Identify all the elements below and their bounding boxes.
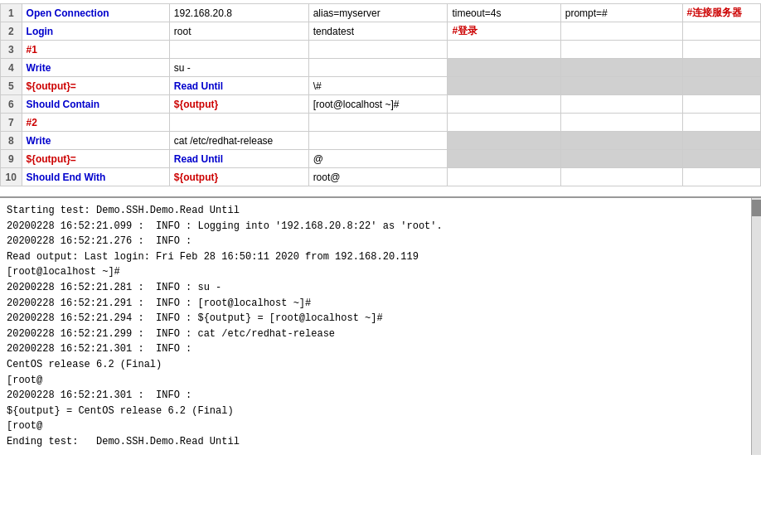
row-number: 7 xyxy=(1,114,22,132)
cell-col1: Write xyxy=(22,59,169,77)
cell-col5 xyxy=(560,132,682,150)
row-number: 2 xyxy=(1,22,22,41)
cell-col3: [root@localhost ~]# xyxy=(308,95,448,114)
table-row: 8Writecat /etc/redhat-release xyxy=(1,132,761,150)
row-number: 10 xyxy=(1,168,22,186)
cell-col4 xyxy=(448,150,560,168)
cell-col6 xyxy=(682,77,760,95)
cell-col5 xyxy=(560,168,682,186)
cell-col5 xyxy=(560,77,682,95)
cell-col5 xyxy=(560,59,682,77)
cell-col4 xyxy=(448,95,560,114)
console-output: Starting test: Demo.SSH.Demo.Read Until … xyxy=(0,198,761,455)
row-number: 4 xyxy=(1,59,22,77)
table-row: 5${output}=Read Until\# xyxy=(1,77,761,95)
cell-col6 xyxy=(682,59,760,77)
cell-col6 xyxy=(682,168,760,186)
table-row: 9${output}=Read Until@ xyxy=(1,150,761,168)
cell-col6 xyxy=(682,95,760,114)
cell-col3: root@ xyxy=(308,168,448,186)
cell-col4 xyxy=(448,41,560,59)
row-number: 6 xyxy=(1,95,22,114)
cell-col5 xyxy=(560,150,682,168)
cell-col4: timeout=4s xyxy=(448,4,560,22)
table-row: 6Should Contain${output}[root@localhost … xyxy=(1,95,761,114)
cell-col3: tendatest xyxy=(308,22,448,41)
cell-col3: @ xyxy=(308,150,448,168)
cell-col2: root xyxy=(169,22,308,41)
table-row: 3#1 xyxy=(1,41,761,59)
result-line xyxy=(0,186,761,196)
cell-col1: ${output}= xyxy=(22,150,169,168)
cell-col6 xyxy=(682,150,760,168)
cell-col5 xyxy=(560,114,682,132)
cell-col2: ${output} xyxy=(169,95,308,114)
cell-col2: Read Until xyxy=(169,150,308,168)
cell-col1: Should End With xyxy=(22,168,169,186)
cell-col6 xyxy=(682,114,760,132)
cell-col3 xyxy=(308,114,448,132)
cell-col5 xyxy=(560,95,682,114)
row-number: 9 xyxy=(1,150,22,168)
cell-col1: #1 xyxy=(22,41,169,59)
cell-col1: Open Connection xyxy=(22,4,169,22)
table-row: 1Open Connection192.168.20.8alias=myserv… xyxy=(1,4,761,22)
table-row: 10Should End With${output}root@ xyxy=(1,168,761,186)
cell-col3 xyxy=(308,59,448,77)
cell-col1: ${output}= xyxy=(22,77,169,95)
cell-col4: #登录 xyxy=(448,22,560,41)
scrollbar-thumb[interactable] xyxy=(752,200,761,216)
row-number: 5 xyxy=(1,77,22,95)
cell-col4 xyxy=(448,114,560,132)
cell-col2: 192.168.20.8 xyxy=(169,4,308,22)
cell-col4 xyxy=(448,59,560,77)
row-number: 1 xyxy=(1,4,22,22)
cell-col2: ${output} xyxy=(169,168,308,186)
cell-col2: su - xyxy=(169,59,308,77)
cell-col6 xyxy=(682,132,760,150)
scrollbar[interactable] xyxy=(751,198,761,455)
cell-col4 xyxy=(448,132,560,150)
cell-col4 xyxy=(448,77,560,95)
row-number: 8 xyxy=(1,132,22,150)
row-number: 3 xyxy=(1,41,22,59)
cell-col2: Read Until xyxy=(169,77,308,95)
cell-col3 xyxy=(308,132,448,150)
cell-col2 xyxy=(169,114,308,132)
cell-col5 xyxy=(560,22,682,41)
cell-col2: cat /etc/redhat-release xyxy=(169,132,308,150)
cell-col1: #2 xyxy=(22,114,169,132)
top-section: 1Open Connection192.168.20.8alias=myserv… xyxy=(0,0,761,196)
cell-col3 xyxy=(308,41,448,59)
cell-col6 xyxy=(682,41,760,59)
keyword-table: 1Open Connection192.168.20.8alias=myserv… xyxy=(0,3,761,186)
table-row: 7#2 xyxy=(1,114,761,132)
cell-col3: alias=myserver xyxy=(308,4,448,22)
cell-col5 xyxy=(560,41,682,59)
table-row: 2Loginroottendatest#登录 xyxy=(1,22,761,41)
cell-col1: Write xyxy=(22,132,169,150)
cell-col6 xyxy=(682,22,760,41)
cell-col5: prompt=# xyxy=(560,4,682,22)
cell-col1: Login xyxy=(22,22,169,41)
cell-col2 xyxy=(169,41,308,59)
cell-col3: \# xyxy=(308,77,448,95)
table-row: 4Writesu - xyxy=(1,59,761,77)
cell-col1: Should Contain xyxy=(22,95,169,114)
cell-col6: #连接服务器 xyxy=(682,4,760,22)
cell-col4 xyxy=(448,168,560,186)
console-wrapper: Starting test: Demo.SSH.Demo.Read Until … xyxy=(0,196,761,455)
